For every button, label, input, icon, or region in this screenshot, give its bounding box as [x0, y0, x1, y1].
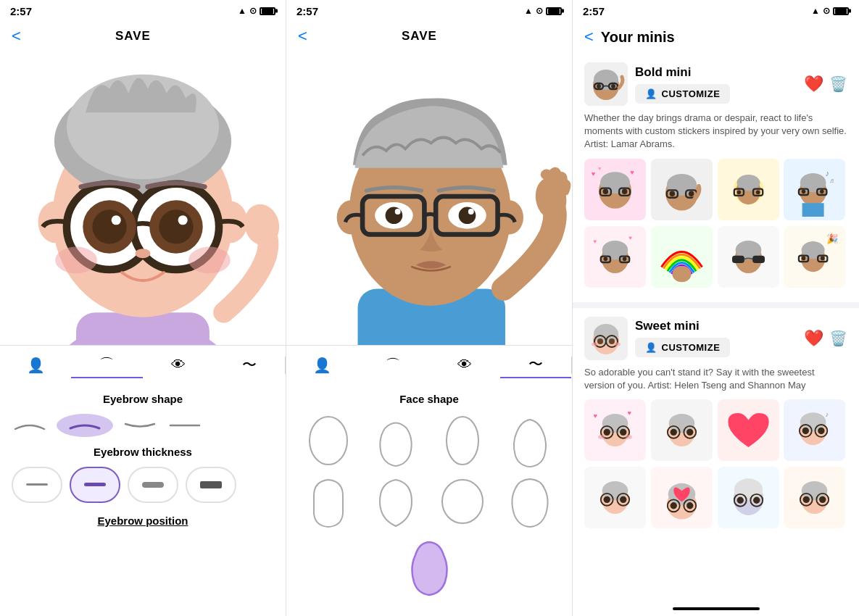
- face-shape-cell-8[interactable]: [499, 474, 561, 528]
- svg-point-104: [597, 338, 603, 344]
- minis-back-button[interactable]: <: [584, 28, 594, 46]
- toolbar-body-1[interactable]: 👤: [0, 354, 71, 377]
- svg-point-142: [686, 502, 693, 509]
- bold-mini-description: Whether the day brings drama or despair,…: [584, 112, 847, 151]
- customize-icon-2: 👤: [645, 342, 657, 353]
- svg-point-107: [615, 342, 621, 346]
- svg-text:♥: ♥: [592, 170, 596, 177]
- sticker-1-4[interactable]: ♪ ♬: [784, 159, 845, 220]
- home-bar-line-3: [673, 607, 760, 610]
- sweet-sticker-1-2[interactable]: [651, 399, 713, 461]
- svg-point-18: [188, 247, 231, 274]
- svg-point-136: [620, 496, 626, 503]
- sweet-trash-button[interactable]: 🗑️: [829, 330, 847, 347]
- sweet-heart-button[interactable]: ❤️: [804, 329, 823, 348]
- svg-point-77: [820, 189, 824, 193]
- face-shape-cell-3[interactable]: [432, 414, 494, 468]
- toolbar-eye-2[interactable]: 👁: [429, 354, 500, 376]
- svg-point-154: [819, 496, 826, 503]
- face-shape-cell-2[interactable]: [365, 414, 427, 468]
- panel-face: 2:57 ▲ ⊙ < SAVE: [286, 0, 573, 616]
- bold-heart-button[interactable]: ❤️: [804, 75, 823, 93]
- bold-mini-actions: ❤️ 🗑️: [804, 75, 847, 93]
- svg-point-148: [753, 497, 760, 504]
- svg-point-11: [92, 210, 126, 244]
- status-icons-1: ▲ ⊙: [238, 6, 275, 16]
- svg-point-144: [734, 478, 762, 500]
- status-icons-2: ▲ ⊙: [524, 6, 562, 16]
- eyebrow-opt-2[interactable]: [57, 414, 113, 437]
- face-shape-selected-preview: [298, 537, 560, 596]
- customize-icon-1: 👤: [645, 88, 657, 99]
- svg-point-36: [395, 209, 401, 215]
- toolbar-brow-1[interactable]: ⌒: [71, 351, 142, 378]
- sweet-customize-button[interactable]: 👤 CUSTOMIZE: [635, 338, 730, 357]
- thickness-opt-3[interactable]: [128, 467, 178, 503]
- sticker-2-4[interactable]: 🎉: [784, 226, 845, 288]
- bold-sticker-grid-2: ♥ ♥: [584, 226, 847, 288]
- thickness-opt-1[interactable]: [12, 467, 62, 503]
- face-shape-cell-7[interactable]: [432, 474, 494, 528]
- toolbar-body-2[interactable]: 👤: [286, 354, 357, 377]
- toolbar-1: 👤 ⌒ 👁 〜: [0, 345, 286, 384]
- sticker-1-2[interactable]: [651, 159, 713, 220]
- svg-point-122: [670, 429, 676, 436]
- face-shape-cell-5[interactable]: [298, 474, 360, 528]
- nav-bar-1: < SAVE: [0, 20, 286, 52]
- sticker-2-1[interactable]: ♥ ♥: [584, 226, 646, 288]
- toolbar-wave-2[interactable]: 〜: [500, 351, 571, 378]
- sweet-sticker-1-4[interactable]: ♪: [784, 399, 845, 461]
- battery-icon-1: [260, 7, 275, 15]
- svg-text:♪: ♪: [826, 411, 829, 418]
- sticker-2-2[interactable]: [651, 226, 713, 288]
- toolbar-brow-2[interactable]: ⌒: [357, 352, 428, 378]
- svg-point-47: [611, 84, 615, 88]
- svg-point-106: [592, 342, 597, 346]
- back-button-1[interactable]: <: [12, 27, 21, 46]
- face-shape-cell-4[interactable]: [499, 414, 561, 468]
- bold-trash-button[interactable]: 🗑️: [829, 75, 847, 93]
- sweet-mini-card: Sweet mini 👤 CUSTOMIZE ❤️ 🗑️ So adorable…: [573, 308, 859, 543]
- sweet-sticker-2-4[interactable]: [784, 467, 845, 528]
- signal-icon-2: ▲: [524, 6, 533, 16]
- sticker-1-3[interactable]: [718, 159, 779, 220]
- eyebrow-position-title: Eyebrow position: [12, 515, 274, 527]
- save-button-1[interactable]: SAVE: [115, 29, 151, 43]
- eyebrow-opt-4[interactable]: [167, 418, 203, 433]
- toolbar-wave-1[interactable]: 〜: [214, 352, 285, 378]
- face-shape-cell-1[interactable]: [298, 414, 360, 468]
- toolbar-divider-1: [285, 357, 286, 374]
- back-button-2[interactable]: <: [298, 27, 307, 46]
- face-shape-cell-6[interactable]: [365, 474, 427, 528]
- minis-title: Your minis: [601, 29, 675, 46]
- bold-customize-button[interactable]: 👤 CUSTOMIZE: [635, 84, 730, 104]
- save-button-2[interactable]: SAVE: [402, 29, 437, 43]
- eyebrow-opt-3[interactable]: [122, 418, 158, 433]
- sticker-1-1[interactable]: ♥ ♥ ♥: [584, 159, 646, 220]
- sweet-sticker-2-1[interactable]: [584, 467, 646, 528]
- thickness-opt-2[interactable]: [70, 467, 120, 503]
- sweet-sticker-grid-2: [584, 467, 847, 528]
- svg-rect-20: [26, 483, 48, 486]
- svg-rect-91: [732, 255, 744, 262]
- svg-point-128: [802, 428, 809, 434]
- svg-point-39: [310, 417, 347, 465]
- sticker-2-3[interactable]: [718, 226, 779, 288]
- sweet-sticker-1-1[interactable]: ♥ ♥: [584, 399, 646, 461]
- face-shape-grid: [298, 414, 560, 528]
- bold-customize-label: CUSTOMIZE: [662, 88, 721, 99]
- svg-point-61: [669, 191, 675, 196]
- toolbar-eye-1[interactable]: 👁: [143, 354, 214, 376]
- sweet-sticker-2-2[interactable]: [651, 467, 713, 528]
- thickness-opt-4[interactable]: [186, 467, 236, 503]
- svg-rect-21: [84, 483, 106, 486]
- sweet-sticker-2-3[interactable]: [718, 467, 779, 528]
- avatar-section-2: [286, 52, 572, 345]
- bold-mini-avatar: [584, 62, 628, 106]
- sweet-mini-avatar: [584, 317, 628, 360]
- minis-header: < Your minis: [573, 20, 859, 54]
- sweet-mini-actions: ❤️ 🗑️: [804, 329, 847, 348]
- time-3: 2:57: [583, 5, 605, 17]
- sweet-sticker-1-3[interactable]: [718, 399, 779, 461]
- eyebrow-opt-1[interactable]: [12, 418, 48, 433]
